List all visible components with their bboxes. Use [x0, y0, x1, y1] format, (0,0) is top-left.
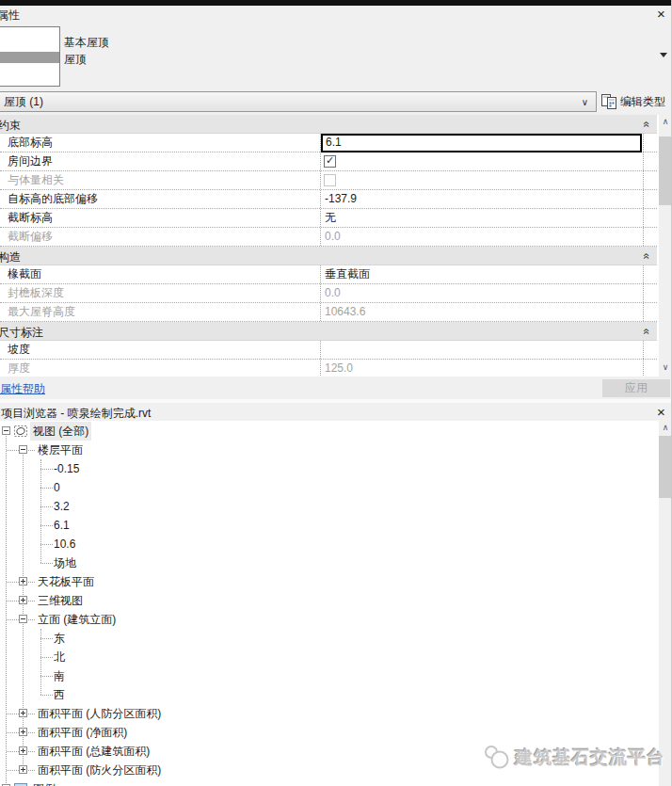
close-icon[interactable]: × [653, 404, 669, 420]
tree-connector-stub [7, 732, 19, 733]
tree-item[interactable]: 场地 [0, 553, 657, 572]
properties-scrollbar[interactable]: ∧ ∨ [659, 115, 672, 377]
tree-item[interactable]: 图例 [0, 779, 657, 786]
tree-expand-minus-icon[interactable] [19, 445, 27, 454]
property-row: 椽截面垂直截面 [0, 265, 657, 284]
grid-spacer [644, 171, 657, 189]
tree-item-label: 面积平面 (净面积) [35, 723, 130, 742]
scrollbar-thumb[interactable] [659, 136, 672, 205]
tree-expand-plus-icon[interactable] [19, 746, 27, 755]
edit-type-label: 编辑类型 [620, 94, 665, 110]
tree-expand-minus-icon[interactable] [2, 426, 10, 435]
revit-docked-panels: 属性 × 基本屋顶 屋顶 屋顶 (1) ∨ [0, 0, 672, 786]
property-value[interactable] [321, 171, 644, 189]
tree-item[interactable]: 楼层平面 [0, 441, 657, 459]
scroll-up-icon[interactable]: ∧ [659, 421, 672, 435]
property-row: 底部标高6.1 [0, 134, 657, 152]
grid-spacer [644, 228, 657, 246]
section-label: 尺寸标注 [0, 325, 43, 341]
properties-titlebar: 属性 × [0, 6, 672, 23]
tree-item[interactable]: 南 [0, 666, 657, 685]
grid-spacer [644, 341, 657, 359]
browser-scrollbar[interactable]: ∧ [659, 421, 672, 786]
tree-item[interactable]: 10.6 [0, 535, 657, 553]
type-name: 屋顶 [64, 52, 87, 68]
tree-connector-stub [7, 619, 19, 620]
properties-help-link[interactable]: 属性帮助 [0, 381, 45, 397]
tree-item[interactable]: 视图 (全部) [0, 422, 657, 441]
tree-expand-plus-icon[interactable] [19, 709, 27, 717]
property-value-text: 0.0 [321, 284, 643, 302]
property-value[interactable] [321, 341, 644, 359]
section-header[interactable]: 尺寸标注« [0, 322, 657, 341]
property-row: 自标高的底部偏移-137.9 [0, 190, 657, 209]
tree-connector-stub [7, 714, 19, 714]
property-value-text: 无 [321, 209, 643, 227]
grid-spacer [644, 265, 657, 283]
tree-item-label: 西 [51, 685, 68, 704]
section-header[interactable]: 构造« [0, 247, 657, 265]
property-name: 截断标高 [0, 209, 321, 227]
property-name: 底部标高 [0, 134, 321, 152]
property-value[interactable]: 6.1 [321, 134, 644, 152]
checkbox[interactable]: ✓ [324, 155, 336, 168]
property-value-text: 0.0 [321, 228, 643, 246]
scroll-up-icon[interactable]: ∧ [659, 115, 672, 129]
apply-button[interactable]: 应用 [602, 379, 670, 397]
property-value[interactable]: 垂直截面 [321, 265, 644, 283]
tree-item[interactable]: 面积平面 (净面积) [0, 723, 657, 742]
property-value[interactable]: -137.9 [321, 190, 644, 208]
tree-item-label: 0 [51, 478, 63, 497]
tree-expand-minus-icon[interactable] [19, 615, 27, 623]
tree-item[interactable]: 北 [0, 648, 657, 666]
property-name: 坡度 [0, 341, 321, 359]
scrollbar-thumb[interactable] [659, 436, 672, 498]
property-value[interactable]: 无 [321, 209, 644, 227]
type-selector[interactable]: 基本屋顶 屋顶 [0, 23, 672, 88]
tree-item[interactable]: 立面 (建筑立面) [0, 610, 657, 629]
checkbox[interactable] [324, 174, 336, 186]
tree-item[interactable]: 6.1 [0, 516, 657, 535]
property-name: 自标高的底部偏移 [0, 190, 321, 208]
tree-item[interactable]: 面积平面 (人防分区面积) [0, 704, 657, 723]
active-value-input[interactable]: 6.1 [321, 134, 642, 152]
section-label: 约束 [0, 118, 21, 134]
tree-expand-plus-icon[interactable] [19, 577, 27, 585]
section-label: 构造 [0, 249, 21, 265]
tree-item-label: 东 [51, 629, 68, 648]
property-value[interactable]: ✓ [321, 152, 644, 170]
tree-item[interactable]: 0 [0, 478, 657, 497]
collapse-chevron-icon[interactable]: « [641, 329, 654, 335]
property-value[interactable]: 0.0 [321, 228, 644, 246]
tree-item[interactable]: 西 [0, 685, 657, 704]
close-icon[interactable]: × [653, 6, 669, 22]
tree-item-label: 6.1 [51, 516, 72, 535]
chevron-down-icon[interactable]: ∨ [582, 93, 588, 112]
tree-item[interactable]: 天花板平面 [0, 572, 657, 591]
property-value[interactable]: 0.0 [321, 284, 644, 302]
type-dropdown-arrow-icon[interactable] [660, 53, 667, 57]
tree-connector-stub [7, 770, 19, 771]
scroll-down-icon[interactable]: ∨ [659, 361, 672, 375]
tree-item[interactable]: 3.2 [0, 497, 657, 516]
selection-filter-combobox[interactable]: 屋顶 (1) ∨ [0, 91, 597, 112]
property-value[interactable]: 125.0 [321, 360, 644, 377]
tree-item[interactable]: -0.15 [0, 459, 657, 478]
views-icon [13, 424, 28, 439]
tree-connector-stub [7, 751, 19, 752]
collapse-chevron-icon[interactable]: « [641, 253, 654, 260]
collapse-chevron-icon[interactable]: « [641, 121, 654, 128]
edit-type-button[interactable]: 编辑类型 [600, 90, 672, 113]
tree-item[interactable]: 三维视图 [0, 591, 657, 610]
tree-item-label: 楼层平面 [35, 441, 86, 459]
property-value[interactable]: 10643.6 [321, 303, 644, 321]
tree-expand-plus-icon[interactable] [19, 765, 27, 774]
property-value-text: 10643.6 [321, 303, 643, 321]
tree-expand-plus-icon[interactable] [19, 728, 27, 736]
property-row: 厚度125.0 [0, 360, 657, 377]
tree-connector-stub [7, 601, 19, 602]
tree-expand-plus-icon[interactable] [19, 596, 27, 604]
type-thumbnail [0, 26, 60, 87]
section-header[interactable]: 约束« [0, 115, 657, 134]
tree-item[interactable]: 东 [0, 629, 657, 648]
